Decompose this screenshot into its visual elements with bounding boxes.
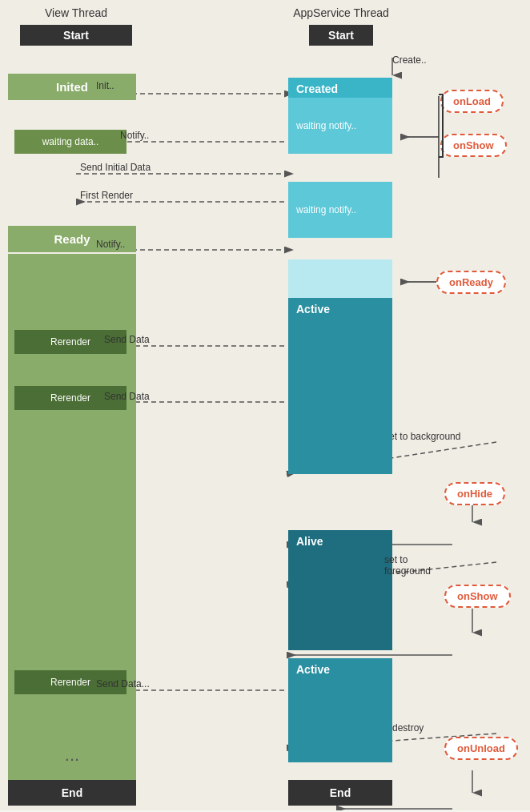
alive-block: Alive [288,530,392,650]
view-dots: ... [8,745,136,766]
app-start-box: Start [309,25,373,46]
onhide-callback: onHide [444,482,505,505]
destroy-label: destroy [392,722,424,734]
inited-state: Inited [8,74,136,100]
notify1-label: Notify.. [120,130,149,141]
send-data1-label: Send Data [104,334,150,345]
active-block2: Active [288,658,392,762]
first-render-label: First Render [80,190,133,201]
created-block: Created [288,78,392,100]
waiting-notify2-block: waiting notify.. [288,182,392,238]
waiting-notify1-block: waiting notify.. [288,98,392,154]
send-initial-label: Send Initial Data [80,162,151,173]
view-start-box: Start [20,25,132,46]
active2-label: Active [296,663,330,676]
light-blue-block [288,259,392,298]
view-thread-header: View Thread [0,6,152,19]
active-label: Active [296,303,330,316]
view-end-box: End [8,780,136,806]
send-data3-label: Send Data... [96,678,150,689]
onload-callback: onLoad [440,90,504,113]
onshow2-callback: onShow [444,585,511,608]
waiting-data-state: waiting data.. [14,130,126,154]
callback-bracket [439,94,444,158]
app-end-box: End [288,780,392,806]
onunload-callback: onUnload [444,737,518,760]
onready-callback: onReady [436,271,506,294]
active-block: Active [288,298,392,474]
alive-label: Alive [296,535,323,548]
set-background-label: set to background [384,431,460,442]
notify2-label: Notify.. [96,239,125,250]
app-thread-header: AppService Thread [152,6,530,19]
set-foreground-label: set to foreground [384,554,431,577]
create-label: Create.. [392,54,427,66]
onshow1-callback: onShow [440,134,507,157]
init-label: Init.. [96,80,114,91]
send-data2-label: Send Data [104,391,150,402]
